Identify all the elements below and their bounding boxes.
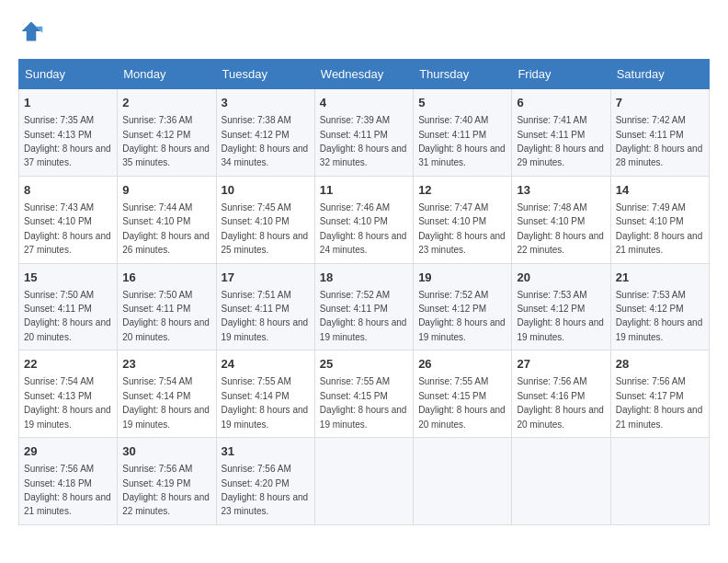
- calendar-day-cell: 4 Sunrise: 7:39 AM Sunset: 4:11 PM Dayli…: [314, 89, 413, 177]
- day-number: 18: [320, 270, 408, 286]
- calendar-day-cell: 28 Sunrise: 7:56 AM Sunset: 4:17 PM Dayl…: [610, 350, 709, 438]
- day-number: 5: [418, 95, 506, 111]
- day-sunset: Sunset: 4:12 PM: [418, 304, 486, 314]
- day-number: 20: [517, 270, 605, 286]
- day-daylight: Daylight: 8 hours and 27 minutes.: [24, 231, 111, 255]
- day-daylight: Daylight: 8 hours and 20 minutes.: [418, 405, 506, 429]
- day-sunset: Sunset: 4:10 PM: [418, 216, 486, 226]
- day-sunset: Sunset: 4:11 PM: [418, 130, 486, 140]
- day-number: 23: [122, 356, 210, 373]
- day-sunset: Sunset: 4:13 PM: [24, 130, 92, 140]
- day-daylight: Daylight: 8 hours and 23 minutes.: [418, 231, 506, 255]
- day-sunrise: Sunrise: 7:52 AM: [418, 290, 488, 300]
- day-number: 24: [222, 356, 310, 373]
- day-sunset: Sunset: 4:16 PM: [517, 391, 585, 401]
- day-number: 25: [320, 356, 408, 373]
- day-sunset: Sunset: 4:11 PM: [616, 130, 684, 140]
- day-sunrise: Sunrise: 7:56 AM: [122, 464, 192, 474]
- day-daylight: Daylight: 8 hours and 31 minutes.: [418, 144, 506, 167]
- day-daylight: Daylight: 8 hours and 37 minutes.: [24, 144, 111, 167]
- day-sunrise: Sunrise: 7:54 AM: [24, 376, 94, 386]
- calendar-day-cell: 11 Sunrise: 7:46 AM Sunset: 4:10 PM Dayl…: [314, 176, 413, 263]
- day-number: 19: [418, 270, 506, 286]
- day-sunset: Sunset: 4:12 PM: [222, 130, 290, 140]
- day-sunrise: Sunrise: 7:50 AM: [24, 290, 94, 300]
- day-number: 6: [517, 95, 605, 111]
- day-sunrise: Sunrise: 7:43 AM: [24, 202, 94, 213]
- calendar-day-cell: 7 Sunrise: 7:42 AM Sunset: 4:11 PM Dayli…: [610, 89, 709, 177]
- day-sunset: Sunset: 4:10 PM: [122, 216, 190, 226]
- weekday-header-thursday: Thursday: [414, 60, 512, 89]
- day-daylight: Daylight: 8 hours and 22 minutes.: [122, 492, 210, 516]
- day-sunrise: Sunrise: 7:52 AM: [320, 290, 390, 300]
- calendar-day-cell: 5 Sunrise: 7:40 AM Sunset: 4:11 PM Dayli…: [414, 89, 512, 177]
- calendar-day-cell: 26 Sunrise: 7:55 AM Sunset: 4:15 PM Dayl…: [414, 350, 512, 438]
- calendar-day-cell: 3 Sunrise: 7:38 AM Sunset: 4:12 PM Dayli…: [216, 89, 314, 177]
- day-sunset: Sunset: 4:11 PM: [320, 130, 388, 140]
- day-daylight: Daylight: 8 hours and 26 minutes.: [122, 231, 210, 255]
- calendar-week-row: 29 Sunrise: 7:56 AM Sunset: 4:18 PM Dayl…: [19, 438, 710, 525]
- calendar-day-cell: 30 Sunrise: 7:56 AM Sunset: 4:19 PM Dayl…: [118, 438, 216, 525]
- weekday-header-wednesday: Wednesday: [314, 60, 413, 89]
- calendar-day-cell: 19 Sunrise: 7:52 AM Sunset: 4:12 PM Dayl…: [414, 263, 512, 350]
- day-sunrise: Sunrise: 7:41 AM: [517, 115, 586, 125]
- day-number: 4: [320, 95, 408, 111]
- day-number: 9: [122, 182, 210, 199]
- calendar-day-cell: 29 Sunrise: 7:56 AM Sunset: 4:18 PM Dayl…: [19, 438, 118, 525]
- day-sunrise: Sunrise: 7:55 AM: [320, 376, 390, 386]
- day-number: 13: [517, 182, 605, 199]
- day-sunrise: Sunrise: 7:39 AM: [320, 115, 390, 125]
- day-sunset: Sunset: 4:15 PM: [320, 391, 388, 401]
- day-daylight: Daylight: 8 hours and 19 minutes.: [418, 317, 506, 341]
- day-sunrise: Sunrise: 7:51 AM: [222, 290, 291, 300]
- calendar-day-cell: 20 Sunrise: 7:53 AM Sunset: 4:12 PM Dayl…: [512, 263, 610, 350]
- day-sunset: Sunset: 4:10 PM: [24, 216, 92, 226]
- day-sunset: Sunset: 4:19 PM: [122, 478, 190, 488]
- day-daylight: Daylight: 8 hours and 23 minutes.: [222, 492, 309, 516]
- calendar-day-cell: 18 Sunrise: 7:52 AM Sunset: 4:11 PM Dayl…: [314, 263, 413, 350]
- day-sunrise: Sunrise: 7:47 AM: [418, 202, 488, 213]
- day-number: 3: [222, 95, 310, 111]
- day-sunset: Sunset: 4:10 PM: [616, 216, 684, 226]
- day-sunrise: Sunrise: 7:46 AM: [320, 202, 390, 213]
- calendar-day-cell: 22 Sunrise: 7:54 AM Sunset: 4:13 PM Dayl…: [19, 350, 118, 438]
- day-number: 21: [616, 270, 704, 286]
- logo: [18, 18, 48, 44]
- day-number: 14: [616, 182, 704, 199]
- day-daylight: Daylight: 8 hours and 35 minutes.: [122, 144, 210, 167]
- day-daylight: Daylight: 8 hours and 34 minutes.: [222, 144, 309, 167]
- day-daylight: Daylight: 8 hours and 19 minutes.: [222, 405, 309, 429]
- day-sunset: Sunset: 4:11 PM: [24, 304, 92, 314]
- day-daylight: Daylight: 8 hours and 28 minutes.: [616, 144, 703, 167]
- day-daylight: Daylight: 8 hours and 21 minutes.: [616, 231, 703, 255]
- day-sunrise: Sunrise: 7:55 AM: [222, 376, 291, 386]
- day-sunset: Sunset: 4:14 PM: [222, 391, 290, 401]
- day-daylight: Daylight: 8 hours and 19 minutes.: [24, 405, 111, 429]
- day-sunrise: Sunrise: 7:53 AM: [616, 290, 686, 300]
- calendar-day-cell: 23 Sunrise: 7:54 AM Sunset: 4:14 PM Dayl…: [118, 350, 216, 438]
- day-sunset: Sunset: 4:11 PM: [222, 304, 290, 314]
- calendar-day-cell: 14 Sunrise: 7:49 AM Sunset: 4:10 PM Dayl…: [610, 176, 709, 263]
- day-number: 28: [616, 356, 704, 373]
- day-sunrise: Sunrise: 7:42 AM: [616, 115, 686, 125]
- day-daylight: Daylight: 8 hours and 19 minutes.: [616, 317, 703, 341]
- day-sunset: Sunset: 4:10 PM: [222, 216, 290, 226]
- calendar-day-cell: 31 Sunrise: 7:56 AM Sunset: 4:20 PM Dayl…: [216, 438, 314, 525]
- day-number: 8: [24, 182, 112, 199]
- weekday-header-saturday: Saturday: [610, 60, 709, 89]
- day-sunset: Sunset: 4:18 PM: [24, 478, 92, 488]
- weekday-header-monday: Monday: [118, 60, 216, 89]
- empty-cell: [512, 438, 610, 525]
- day-sunset: Sunset: 4:17 PM: [616, 391, 684, 401]
- day-daylight: Daylight: 8 hours and 25 minutes.: [222, 231, 309, 255]
- calendar-day-cell: 27 Sunrise: 7:56 AM Sunset: 4:16 PM Dayl…: [512, 350, 610, 438]
- day-daylight: Daylight: 8 hours and 19 minutes.: [320, 405, 407, 429]
- calendar-week-row: 15 Sunrise: 7:50 AM Sunset: 4:11 PM Dayl…: [19, 263, 710, 350]
- day-daylight: Daylight: 8 hours and 20 minutes.: [122, 317, 210, 341]
- day-sunset: Sunset: 4:12 PM: [616, 304, 684, 314]
- day-daylight: Daylight: 8 hours and 19 minutes.: [320, 317, 407, 341]
- day-sunset: Sunset: 4:13 PM: [24, 391, 92, 401]
- calendar-day-cell: 12 Sunrise: 7:47 AM Sunset: 4:10 PM Dayl…: [414, 176, 512, 263]
- day-number: 17: [222, 270, 310, 286]
- day-sunrise: Sunrise: 7:54 AM: [122, 376, 192, 386]
